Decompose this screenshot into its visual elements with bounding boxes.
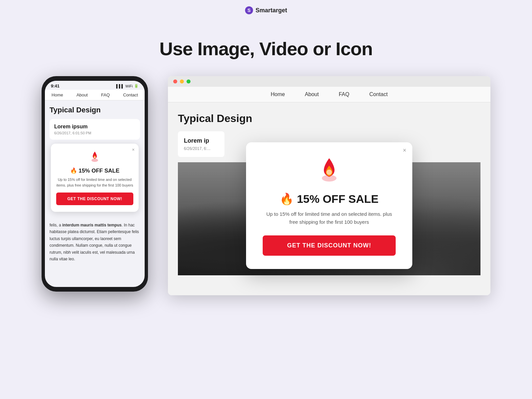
browser-nav-home[interactable]: Home xyxy=(271,91,285,97)
browser-nav-about[interactable]: About xyxy=(305,91,319,97)
browser-close-dot[interactable] xyxy=(173,79,177,83)
phone-status-icons: ▌▌▌ WiFi 🔋 xyxy=(116,84,139,88)
browser-maximize-dot[interactable] xyxy=(187,79,191,83)
phone-modal-flame-icon xyxy=(56,150,133,165)
phone-page-title: Typical Design xyxy=(50,106,140,114)
svg-point-5 xyxy=(327,170,332,175)
phone-time: 9:41 xyxy=(51,83,60,88)
phone-nav-faq[interactable]: FAQ xyxy=(101,92,110,97)
phone-nav: Home About FAQ Contact xyxy=(45,90,145,100)
browser-mockup: Home About FAQ Contact Typical Design Lo… xyxy=(168,76,490,295)
browser-modal-title: 🔥 15% OFF SALE xyxy=(263,192,396,205)
svg-point-3 xyxy=(94,156,96,158)
phone-body-text: felis, a interdum mauris mattis tempus. … xyxy=(45,217,145,267)
browser-frame: Home About FAQ Contact Typical Design Lo… xyxy=(168,76,490,295)
browser-modal-flame-icon xyxy=(263,156,396,187)
browser-page-title: Typical Design xyxy=(178,112,480,125)
smartarget-logo-icon: S xyxy=(245,6,253,15)
phone-modal-description: Up to 15% off for limited time and on se… xyxy=(56,177,133,188)
wifi-icon: WiFi xyxy=(125,84,133,88)
svg-point-2 xyxy=(91,159,98,162)
browser-body: Typical Design Lorem ip 6/26/2017, 6:... xyxy=(168,102,490,295)
logo-text: Smartarget xyxy=(255,7,287,14)
svg-text:S: S xyxy=(248,8,251,13)
browser-modal-close-button[interactable]: × xyxy=(403,147,406,154)
battery-icon: 🔋 xyxy=(134,84,139,88)
content-area: 9:41 ▌▌▌ WiFi 🔋 Home About FAQ Contact xyxy=(42,76,490,295)
top-bar: S Smartarget xyxy=(0,0,532,18)
phone-status-bar: 9:41 ▌▌▌ WiFi 🔋 xyxy=(45,81,145,90)
phone-page-content: Typical Design Lorem ipsum 6/26/2017, 6:… xyxy=(45,100,145,217)
phone-modal: × 🔥 15% OFF SALE Up to 15% off for limit… xyxy=(51,144,139,212)
browser-titlebar xyxy=(168,76,490,87)
phone-card-title: Lorem ipsum xyxy=(54,124,135,130)
browser-nav-faq[interactable]: FAQ xyxy=(339,91,349,97)
main-heading: Use Image, Video or Icon xyxy=(160,38,373,60)
phone-frame: 9:41 ▌▌▌ WiFi 🔋 Home About FAQ Contact xyxy=(42,76,148,292)
signal-icon: ▌▌▌ xyxy=(116,84,124,88)
browser-card-title: Lorem ip xyxy=(184,137,218,144)
browser-nav-contact[interactable]: Contact xyxy=(369,91,388,97)
browser-modal-description: Up to 15% off for limited time and on se… xyxy=(263,210,396,226)
phone-card-date: 6/26/2017, 6:01:50 PM xyxy=(54,131,135,135)
phone-cta-button[interactable]: GET THE DISCOUNT NOW! xyxy=(56,193,133,205)
phone-nav-about[interactable]: About xyxy=(76,92,88,97)
logo: S Smartarget xyxy=(245,6,287,15)
phone-modal-title: 🔥 15% OFF SALE xyxy=(56,167,133,174)
browser-modal: × 🔥 15% OFF SALE Up to 15% off for limit… xyxy=(246,142,412,269)
phone-nav-home[interactable]: Home xyxy=(52,92,63,97)
phone-mockup: 9:41 ▌▌▌ WiFi 🔋 Home About FAQ Contact xyxy=(42,76,148,292)
browser-cta-button[interactable]: GET THE DISCOUNT NOW! xyxy=(263,235,396,256)
phone-screen: 9:41 ▌▌▌ WiFi 🔋 Home About FAQ Contact xyxy=(45,81,145,287)
browser-card-date: 6/26/2017, 6:... xyxy=(184,146,218,151)
phone-nav-contact[interactable]: Contact xyxy=(123,92,138,97)
phone-modal-close-button[interactable]: × xyxy=(132,147,135,152)
browser-card: Lorem ip 6/26/2017, 6:... xyxy=(178,131,224,157)
phone-card: Lorem ipsum 6/26/2017, 6:01:50 PM xyxy=(50,119,140,140)
browser-minimize-dot[interactable] xyxy=(180,79,184,83)
browser-nav: Home About FAQ Contact xyxy=(168,87,490,102)
